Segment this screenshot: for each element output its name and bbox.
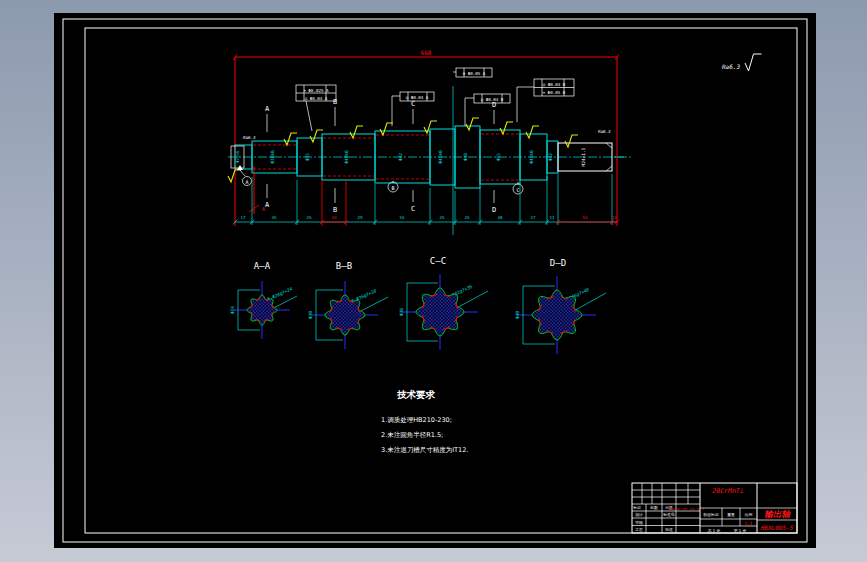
dim-value: 25	[306, 215, 312, 220]
dim-value: 24	[331, 215, 337, 220]
material-text: 20CrMnTi	[712, 487, 743, 495]
dia-label: M24×1.5	[581, 147, 586, 166]
cad-drawing: Ra6.3 668	[0, 0, 867, 562]
label-approve: 批准	[665, 527, 673, 532]
fcf-text: ⊕ Φ0.05 A	[463, 71, 486, 76]
left-ra-note: Ra6.3	[243, 135, 256, 140]
label-count: 处数	[650, 505, 658, 510]
datum-letter: C	[516, 187, 519, 193]
label-mark: 标记	[632, 505, 641, 510]
tech-req-title: 技术要求	[396, 389, 436, 400]
label-design: 设计	[635, 512, 643, 517]
label-sheets: 共 1 张	[708, 528, 721, 533]
dia-label: Φ42	[398, 153, 403, 161]
dia-label: Φ42	[548, 153, 553, 161]
label-scale: 比例	[745, 512, 753, 517]
stub-dia-text: Φ25k6	[235, 150, 240, 163]
cut-letter-d-bottom: D	[492, 206, 496, 214]
section-dim: Φ24	[230, 306, 235, 314]
dim-value: 25	[464, 215, 470, 220]
fcf-text: ⌖ Φ0.05 B	[543, 90, 566, 95]
revision-entry-red: ×××××-×× ××.×.×	[668, 506, 705, 511]
fcf-text: ◎ Φ0.04 B	[481, 97, 504, 102]
tech-req-item: 2.未注圆角半径R1.5;	[381, 431, 443, 439]
dia-label: Φ48	[463, 153, 468, 161]
section-label: A—A	[254, 261, 271, 271]
label-stage-mark: 阶段标记	[703, 512, 718, 517]
dim-value: 11	[549, 215, 555, 220]
drawing-number-text: HBXL005-5	[760, 524, 794, 531]
dim-value: 45	[271, 215, 277, 220]
dim-value: 54	[582, 215, 588, 220]
right-ra-note: Ra6.3	[598, 129, 611, 134]
fcf-text: ◎ Φ0.04 A	[406, 95, 429, 100]
tech-req-item: 1.调质处理HB210-230;	[381, 416, 452, 424]
dim-value: 17	[240, 215, 246, 220]
cut-letter-b-bottom: B	[333, 206, 337, 214]
label-check: 审核	[635, 520, 643, 525]
dia-label: Φ55	[496, 153, 501, 161]
section-dim: Φ30	[308, 311, 313, 319]
label-weight: 重量	[727, 512, 735, 517]
dim-value: 27	[530, 215, 536, 220]
dim-value: 29	[357, 215, 363, 220]
datum-letter: B	[391, 185, 394, 191]
cut-letter-c-bottom: C	[411, 205, 415, 213]
cad-viewer-stage: Ra6.3 668	[0, 0, 867, 562]
scale-value: 1:1	[744, 521, 752, 526]
dia-label: Φ30k6	[270, 150, 275, 164]
red-aux-text: A	[262, 206, 265, 212]
label-process: 工艺	[635, 527, 643, 532]
section-label: C—C	[430, 256, 446, 266]
drawing-canvas	[54, 13, 816, 548]
dia-label: Φ35	[305, 153, 310, 161]
cut-letter-b-top: B	[333, 98, 337, 106]
fcf-text: ◎ Φ0.04 B	[543, 82, 566, 87]
dia-label: Φ40k6	[344, 150, 349, 164]
fcf-text: ⌖ Φ0.025 A	[303, 88, 329, 93]
dim-value: 55	[399, 215, 405, 220]
tech-req-item: 3.未注退刀槽尺寸精度为IT12.	[381, 446, 468, 454]
cut-letter-d-top: D	[492, 101, 496, 109]
dia-label: Φ45k6	[438, 150, 443, 164]
dim-value: 40	[497, 215, 503, 220]
section-label: B—B	[336, 261, 352, 271]
surface-note-text: Ra6.3	[722, 63, 740, 70]
section-label: D—D	[550, 258, 566, 268]
dim-value: 25	[439, 215, 445, 220]
dim-value: 12	[611, 215, 617, 220]
part-name-text: 输出轴	[764, 509, 791, 519]
datum-letter: A	[245, 179, 248, 185]
overall-dim-text: 668	[421, 49, 432, 56]
section-dim: Φ40	[515, 311, 520, 319]
label-standardize: 标准化	[662, 512, 675, 517]
fcf-text: ◎ Φ0.04 A	[305, 96, 328, 101]
section-dim: Φ36	[399, 308, 404, 316]
dia-label: Φ45k6	[529, 150, 534, 164]
label-sheet-no: 第 1 张	[734, 528, 747, 533]
